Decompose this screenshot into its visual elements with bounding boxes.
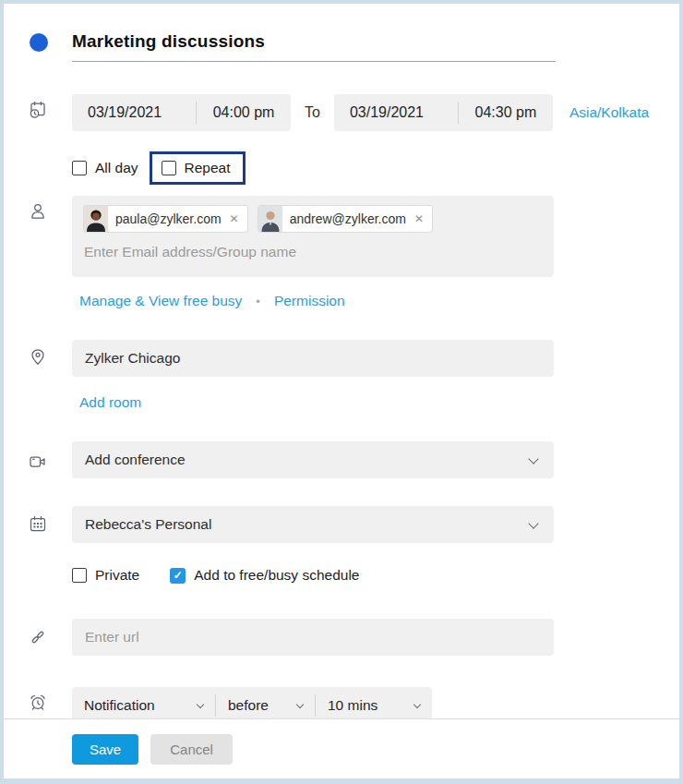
notification-position-value: before [228,697,269,714]
attendee-chip: paula@zylker.com ✕ [83,205,248,233]
notification-controls: Notification before 10 mins [72,687,432,718]
attendee-chip: andrew@zylker.com ✕ [258,205,433,233]
event-editor-window: Marketing discussions 03/19/2021 04:00 p… [0,0,683,784]
private-checkbox[interactable] [72,568,87,583]
timezone-link[interactable]: Asia/Kolkata [569,104,649,121]
calendar-select[interactable]: Rebecca's Personal [72,506,554,543]
attendee-email: paula@zylker.com [108,211,230,226]
repeat-label: Repeat [185,160,231,176]
chevron-down-icon [528,453,538,464]
location-value: Zylker Chicago [72,350,193,367]
start-date-input[interactable]: 03/19/2021 [72,104,196,121]
attendees-icon [28,201,48,222]
conference-placeholder: Add conference [72,452,198,468]
datetime-icon [28,100,48,120]
notification-position-select[interactable]: before [216,697,315,714]
start-time-input[interactable]: 04:00 pm [197,104,291,121]
notification-type-value: Notification [84,697,155,714]
url-icon [28,627,48,647]
notification-time-value: 10 mins [328,697,377,714]
attendees-input-area[interactable]: paula@zylker.com ✕ andrew@zylker.com ✕ [72,196,554,277]
check-icon: ✓ [174,569,183,582]
footer-bar: Save Cancel [4,718,679,778]
private-label: Private [95,567,139,584]
url-input[interactable]: Enter url [72,619,554,656]
add-room-link[interactable]: Add room [79,394,141,410]
title-underline [72,61,556,62]
chevron-down-icon [197,701,204,708]
permission-link[interactable]: Permission [274,293,345,309]
event-title-input[interactable]: Marketing discussions [72,31,265,52]
event-color-dot[interactable] [30,33,48,52]
free-busy-label: Add to free/busy schedule [194,567,359,584]
save-button[interactable]: Save [72,734,138,765]
free-busy-checkbox[interactable]: ✓ [170,568,186,584]
all-day-label: All day [95,160,138,176]
to-label: To [305,104,320,121]
notification-time-select[interactable]: 10 mins [316,697,432,714]
all-day-checkbox[interactable] [72,161,87,175]
notification-type-select[interactable]: Notification [72,697,215,714]
repeat-focus-ring: Repeat [150,151,246,185]
chevron-down-icon [528,518,538,528]
attendee-email: andrew@zylker.com [282,211,414,226]
manage-free-busy-link[interactable]: Manage & View free busy [79,293,242,309]
remove-attendee-icon[interactable]: ✕ [230,212,247,225]
start-datetime-group: 03/19/2021 04:00 pm [72,94,291,131]
link-separator: • [256,295,260,308]
event-form: Marketing discussions 03/19/2021 04:00 p… [4,4,679,718]
repeat-checkbox[interactable] [162,161,176,175]
chevron-down-icon [413,701,421,708]
end-time-input[interactable]: 04:30 pm [459,104,553,121]
end-datetime-group: 03/19/2021 04:30 pm [334,94,553,131]
notification-icon [28,693,48,713]
woman-avatar [84,206,108,232]
location-icon [28,347,48,368]
url-placeholder: Enter url [72,629,152,645]
location-input[interactable]: Zylker Chicago [72,340,554,377]
man-avatar [258,206,282,232]
calendar-icon [28,514,48,535]
chevron-down-icon [296,701,304,708]
end-date-input[interactable]: 03/19/2021 [334,104,458,121]
conference-select[interactable]: Add conference [72,441,554,478]
calendar-selected-value: Rebecca's Personal [72,516,224,533]
remove-attendee-icon[interactable]: ✕ [414,212,432,225]
conference-icon [28,452,48,472]
attendees-placeholder[interactable]: Enter Email address/Group name [83,244,543,260]
cancel-button[interactable]: Cancel [150,734,233,765]
